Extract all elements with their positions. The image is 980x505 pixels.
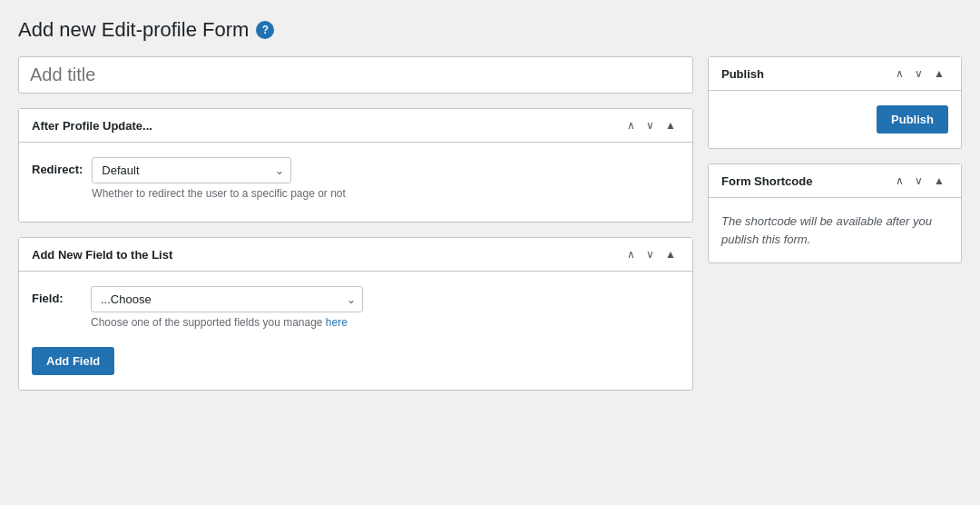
redirect-select[interactable]: Default xyxy=(92,157,291,183)
shortcode-body: The shortcode will be available after yo… xyxy=(709,198,961,262)
after-profile-header: After Profile Update... ∧ ∨ ▲ xyxy=(19,109,692,143)
add-field-body: Field: ...Choose ⌄ Choose one of the sup… xyxy=(19,272,692,390)
publish-header: Publish ∧ ∨ ▲ xyxy=(709,57,961,91)
publish-collapse-btn[interactable]: ▲ xyxy=(930,66,948,81)
add-field-controls: ∧ ∨ ▲ xyxy=(623,247,680,262)
add-field-button[interactable]: Add Field xyxy=(32,347,114,375)
publish-body: Publish xyxy=(709,91,961,148)
field-select[interactable]: ...Choose xyxy=(91,286,363,312)
shortcode-card: Form Shortcode ∧ ∨ ▲ The shortcode will … xyxy=(708,163,962,263)
shortcode-text: The shortcode will be available after yo… xyxy=(721,213,948,248)
publish-down-btn[interactable]: ∨ xyxy=(911,66,926,81)
help-icon[interactable]: ? xyxy=(256,21,274,39)
field-hint: Choose one of the supported fields you m… xyxy=(91,316,680,329)
after-profile-up-btn[interactable]: ∧ xyxy=(623,118,639,133)
after-profile-card: After Profile Update... ∧ ∨ ▲ Redirect: xyxy=(18,108,693,223)
shortcode-up-btn[interactable]: ∧ xyxy=(892,173,907,188)
shortcode-controls: ∧ ∨ ▲ xyxy=(892,173,948,188)
publish-card: Publish ∧ ∨ ▲ Publish xyxy=(708,56,962,149)
field-hint-link[interactable]: here xyxy=(326,316,348,329)
redirect-label: Redirect: xyxy=(32,157,83,176)
page-title: Add new Edit-profile Form xyxy=(18,18,249,42)
add-field-title: Add New Field to the List xyxy=(32,248,172,262)
add-field-card: Add New Field to the List ∧ ∨ ▲ Field: xyxy=(18,237,693,391)
field-label: Field: xyxy=(32,286,82,305)
publish-up-btn[interactable]: ∧ xyxy=(892,66,907,81)
shortcode-header: Form Shortcode ∧ ∨ ▲ xyxy=(709,164,961,198)
field-hint-prefix: Choose one of the supported fields you m… xyxy=(91,316,326,329)
after-profile-title: After Profile Update... xyxy=(32,119,152,133)
add-field-up-btn[interactable]: ∧ xyxy=(623,247,639,262)
redirect-hint: Whether to redirect the user to a specif… xyxy=(92,187,680,200)
shortcode-down-btn[interactable]: ∨ xyxy=(911,173,926,188)
add-field-down-btn[interactable]: ∨ xyxy=(642,247,658,262)
title-input[interactable] xyxy=(18,56,693,94)
add-field-header: Add New Field to the List ∧ ∨ ▲ xyxy=(19,238,692,272)
shortcode-title: Form Shortcode xyxy=(721,174,812,188)
after-profile-body: Redirect: Default ⌄ Whether to redirect … xyxy=(19,143,692,222)
after-profile-collapse-btn[interactable]: ▲ xyxy=(662,118,680,133)
publish-controls: ∧ ∨ ▲ xyxy=(892,66,948,81)
after-profile-down-btn[interactable]: ∨ xyxy=(642,118,658,133)
publish-button[interactable]: Publish xyxy=(877,105,948,134)
shortcode-collapse-btn[interactable]: ▲ xyxy=(930,173,948,188)
publish-title: Publish xyxy=(721,67,764,81)
add-field-collapse-btn[interactable]: ▲ xyxy=(662,247,680,262)
after-profile-controls: ∧ ∨ ▲ xyxy=(623,118,680,133)
